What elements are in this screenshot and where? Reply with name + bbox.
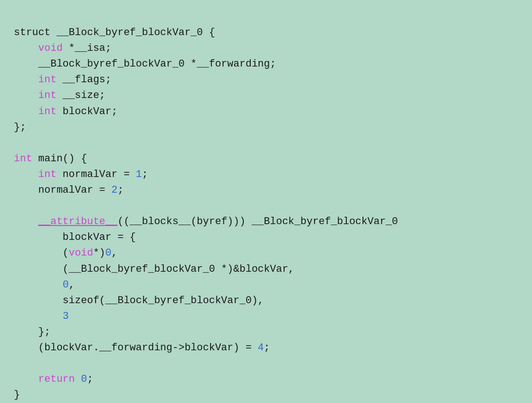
code-line-23: return 0; [14,373,93,385]
code-line-24: } [14,389,20,401]
code-line-2: void *__isa; [14,43,111,54]
code-line-6: int blockVar; [14,106,117,117]
code-display: struct __Block_byref_blockVar_0 { void *… [0,0,532,403]
code-line-9: int main() { [14,153,87,165]
code-line-14: blockVar = { [14,232,136,243]
code-line-4: int __flags; [14,74,111,85]
code-line-19: 3 [14,311,69,322]
code-line-7: }; [14,122,26,133]
code-line-15: (void*)0, [14,247,117,259]
code-line-21: (blockVar.__forwarding->blockVar) = 4; [14,342,270,354]
code-line-3: __Block_byref_blockVar_0 *__forwarding; [14,58,276,70]
code-line-17: 0, [14,279,75,291]
code-line-10: int normalVar = 1; [14,169,148,180]
code-line-1: struct __Block_byref_blockVar_0 { [14,27,215,38]
code-line-5: int __size; [14,90,105,101]
code-line-16: (__Block_byref_blockVar_0 *)&blockVar, [14,263,294,275]
code-line-20: }; [14,326,50,338]
code-line-18: sizeof(__Block_byref_blockVar_0), [14,295,264,306]
code-line-11: normalVar = 2; [14,184,124,196]
code-line-13: __attribute__((__blocks__(byref))) __Blo… [14,216,398,227]
